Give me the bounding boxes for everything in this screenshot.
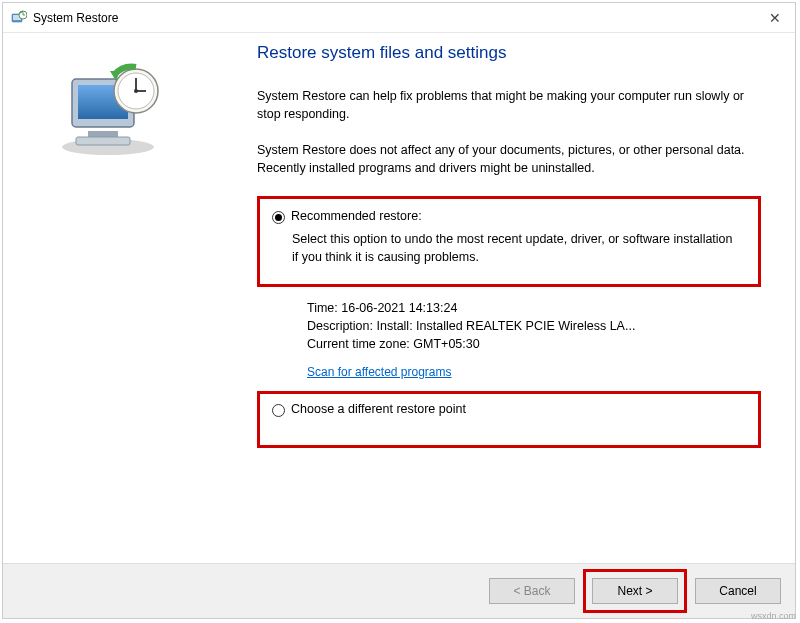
- radio-recommended-desc: Select this option to undo the most rece…: [292, 230, 740, 266]
- intro-text-1: System Restore can help fix problems tha…: [257, 87, 757, 123]
- svg-rect-9: [76, 137, 130, 145]
- wizard-graphic: [58, 61, 168, 164]
- content-area: Restore system files and settings System…: [223, 33, 795, 561]
- back-button: < Back: [489, 578, 575, 604]
- window-title: System Restore: [33, 11, 763, 25]
- intro-text-2: System Restore does not affect any of yo…: [257, 141, 757, 177]
- system-restore-icon: [11, 10, 27, 26]
- next-button-highlight: Next >: [583, 569, 687, 613]
- cancel-button[interactable]: Cancel: [695, 578, 781, 604]
- different-option-highlight: Choose a different restore point: [257, 391, 761, 448]
- option-different-row[interactable]: Choose a different restore point: [272, 402, 746, 417]
- restore-point-details: Time: 16-06-2021 14:13:24 Description: I…: [307, 301, 761, 379]
- radio-recommended[interactable]: [272, 211, 285, 224]
- scan-affected-programs-link[interactable]: Scan for affected programs: [307, 365, 452, 379]
- option-recommended-row[interactable]: Recommended restore:: [272, 209, 740, 224]
- close-button[interactable]: ✕: [763, 10, 787, 26]
- button-footer: < Back Next > Cancel: [3, 563, 795, 618]
- svg-point-14: [134, 89, 138, 93]
- radio-different-label: Choose a different restore point: [291, 402, 466, 416]
- dialog-body: Restore system files and settings System…: [3, 33, 795, 561]
- detail-description: Description: Install: Installed REALTEK …: [307, 319, 761, 333]
- page-heading: Restore system files and settings: [257, 43, 761, 63]
- next-button[interactable]: Next >: [592, 578, 678, 604]
- radio-recommended-label: Recommended restore:: [291, 209, 422, 223]
- watermark: wsxdn.com: [751, 611, 796, 621]
- detail-time: Time: 16-06-2021 14:13:24: [307, 301, 761, 315]
- detail-timezone: Current time zone: GMT+05:30: [307, 337, 761, 351]
- sidebar: [3, 33, 223, 561]
- recommended-option-highlight: Recommended restore: Select this option …: [257, 196, 761, 287]
- radio-different[interactable]: [272, 404, 285, 417]
- system-restore-window: System Restore ✕: [2, 2, 796, 619]
- titlebar: System Restore ✕: [3, 3, 795, 33]
- svg-rect-8: [88, 131, 118, 137]
